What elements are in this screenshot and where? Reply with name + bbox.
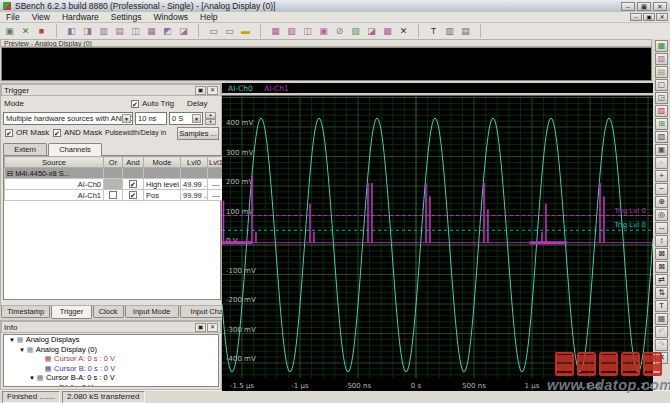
menu-settings[interactable]: Settings bbox=[105, 12, 148, 23]
start-button[interactable]: ▣ bbox=[2, 24, 17, 38]
trigger-timeout-field[interactable]: 10 ns bbox=[135, 112, 167, 125]
delete-display-icon[interactable]: ✕ bbox=[396, 24, 411, 38]
tab-input-mode[interactable]: Input Mode bbox=[125, 306, 179, 318]
display-icon-5[interactable]: ⊘ bbox=[332, 24, 347, 38]
text-tool-icon[interactable]: T bbox=[426, 24, 441, 38]
record-button[interactable]: ■ bbox=[34, 24, 49, 38]
chart-svg[interactable]: AI-Ch0AI-Ch1400 mV300 mV200 mV100 mV0 V-… bbox=[222, 83, 653, 391]
table-row[interactable]: ⊟ M4i.4450-x8 S... bbox=[5, 168, 240, 179]
mdi-restore-button[interactable]: ▣ bbox=[643, 13, 655, 21]
display-icon-3[interactable]: ◫ bbox=[300, 24, 315, 38]
grid-icon[interactable]: ▦ bbox=[655, 40, 668, 52]
display-icon-4[interactable]: ▣ bbox=[316, 24, 331, 38]
display-icon-8[interactable]: ▩ bbox=[380, 24, 395, 38]
zoom-fit-icon[interactable]: ◎ bbox=[655, 209, 668, 221]
close-button[interactable]: ✕ bbox=[653, 2, 667, 11]
display-icon-6[interactable]: ▨ bbox=[348, 24, 363, 38]
folder-icon[interactable]: ▬ bbox=[238, 24, 253, 38]
window-icon-2[interactable]: ▭ bbox=[222, 24, 237, 38]
redo-icon[interactable]: ↷ bbox=[655, 339, 668, 351]
menu-help[interactable]: Help bbox=[194, 12, 223, 23]
column-header-or[interactable]: Or bbox=[104, 157, 123, 168]
close-icon[interactable]: ✕ bbox=[207, 323, 218, 332]
delay-value-select[interactable]: 0 S ▼ bbox=[169, 112, 203, 125]
tab-clock[interactable]: Clock bbox=[93, 306, 124, 318]
column-header-mode[interactable]: Mode bbox=[144, 157, 181, 168]
channel-icon-8[interactable]: ◪ bbox=[176, 24, 191, 38]
channel-icon-1[interactable]: ◧ bbox=[64, 24, 79, 38]
fit-vertical-icon[interactable]: ↕ bbox=[655, 235, 668, 247]
grid-toggle-icon[interactable]: ▦ bbox=[655, 313, 668, 325]
menu-file[interactable]: File bbox=[0, 12, 26, 23]
dock-icon[interactable]: ▣ bbox=[195, 323, 206, 332]
tree-item[interactable]: ▾▦ Analog Display (0) bbox=[4, 345, 218, 355]
stop-button[interactable]: ✕ bbox=[18, 24, 33, 38]
dock-icon[interactable]: ▣ bbox=[195, 86, 206, 95]
tree-item[interactable]: ▾▦ Cursor B-A: 0 s : 0 V bbox=[4, 373, 218, 383]
tree-item[interactable]: ▦ Cursor B: 0 s : 0 V bbox=[4, 364, 218, 374]
display-icon[interactable]: ▥ bbox=[655, 53, 668, 65]
display-icon-7[interactable]: ◪ bbox=[364, 24, 379, 38]
zoom-y-icon[interactable]: ⊠ bbox=[655, 261, 668, 273]
channel-icon-6[interactable]: ▦ bbox=[144, 24, 159, 38]
column-header-and[interactable]: And bbox=[123, 157, 144, 168]
column-header-source[interactable]: Source bbox=[5, 157, 104, 168]
tab-channels[interactable]: Channels bbox=[48, 143, 102, 156]
channel-icon-7[interactable]: ◩ bbox=[160, 24, 175, 38]
and-mask-checkbox[interactable]: ✔ AND Mask bbox=[53, 127, 102, 139]
zoom-x-icon[interactable]: ⊠ bbox=[655, 248, 668, 260]
samples-button[interactable]: Samples ... bbox=[177, 127, 219, 140]
text-icon[interactable]: T bbox=[655, 300, 668, 312]
preview-canvas[interactable] bbox=[1, 47, 652, 81]
tab-trigger[interactable]: Trigger bbox=[51, 306, 91, 319]
delay-spinner[interactable]: ▲▼ bbox=[205, 112, 216, 125]
menu-view[interactable]: View bbox=[26, 12, 56, 23]
chevron-down-icon[interactable]: ▼ bbox=[192, 114, 201, 123]
menu-windows[interactable]: Windows bbox=[148, 12, 194, 23]
maximize-button[interactable]: ▣ bbox=[637, 2, 651, 11]
layout-icon-1[interactable]: ▥ bbox=[442, 24, 457, 38]
swap-x-icon[interactable]: ⇄ bbox=[655, 274, 668, 286]
mdi-minimize-button[interactable]: – bbox=[630, 13, 642, 21]
display-icon-2[interactable]: ▧ bbox=[284, 24, 299, 38]
close-icon[interactable]: ✕ bbox=[207, 86, 218, 95]
undo-icon[interactable]: ↶ bbox=[655, 326, 668, 338]
channel-icon-3[interactable]: ▥ bbox=[96, 24, 111, 38]
display-icon-1[interactable]: ▦ bbox=[268, 24, 283, 38]
table-row[interactable]: AI-Ch0✔High level49.99 ...------ bbox=[5, 179, 240, 190]
channel-icon-2[interactable]: ◨ bbox=[80, 24, 95, 38]
window-icon[interactable]: ▢ bbox=[655, 79, 668, 91]
zoom-in-icon[interactable]: + bbox=[655, 170, 668, 182]
panel-icon[interactable]: ▣ bbox=[655, 144, 668, 156]
table-row[interactable]: AI-Ch1✔Pos99.99 ...------ bbox=[5, 190, 240, 201]
mdi-close-button[interactable]: ✕ bbox=[656, 13, 668, 21]
swap-y-icon[interactable]: ⇅ bbox=[655, 287, 668, 299]
layout-icon-2[interactable]: ▤ bbox=[458, 24, 473, 38]
tree-item[interactable]: ▾▦ Analog Displays bbox=[4, 335, 218, 345]
trigger-mode-select[interactable]: Multiple hardware sources with AND/OR ▼ bbox=[3, 112, 133, 125]
tab-timestamp[interactable]: Timestamp bbox=[1, 306, 50, 318]
or-mask-checkbox[interactable]: ✔ OR Mask bbox=[5, 127, 49, 139]
close-display-icon[interactable]: ✕ bbox=[655, 352, 668, 364]
window-icon-1[interactable]: ▭ bbox=[206, 24, 221, 38]
menu-hardware[interactable]: Hardware bbox=[56, 12, 105, 23]
marker-icon[interactable]: ▨ bbox=[655, 105, 668, 117]
minimize-button[interactable]: – bbox=[621, 2, 635, 11]
tab-extern[interactable]: Extern bbox=[3, 143, 47, 155]
tree-item[interactable]: x[Hz] = 0 Hz bbox=[4, 383, 218, 388]
hatch-icon[interactable]: ▧ bbox=[655, 131, 668, 143]
zoom-all-icon[interactable]: ⊕ bbox=[655, 196, 668, 208]
column-header-lvl0[interactable]: Lvl0 bbox=[181, 157, 208, 168]
fit-horizontal-icon[interactable]: ↔ bbox=[655, 222, 668, 234]
channel-icon-4[interactable]: ▤ bbox=[112, 24, 127, 38]
blank-icon[interactable]: ▫ bbox=[655, 157, 668, 169]
analog-display-chart[interactable]: AI-Ch0AI-Ch1400 mV300 mV200 mV100 mV0 V-… bbox=[222, 83, 653, 391]
chevron-down-icon[interactable]: ▼ bbox=[122, 114, 131, 123]
tree-expander-icon[interactable]: ▾ bbox=[8, 335, 16, 345]
channel-icon-5[interactable]: ◫ bbox=[128, 24, 143, 38]
tree-expander-icon[interactable]: ▾ bbox=[28, 373, 36, 383]
copy-icon[interactable]: ▤ bbox=[655, 66, 668, 78]
auto-trig-checkbox[interactable]: ✔ Auto Trig bbox=[131, 98, 174, 110]
cursor-icon[interactable]: ◲ bbox=[655, 92, 668, 104]
tree-item[interactable]: ▦ Cursor A: 0 s : 0 V bbox=[4, 354, 218, 364]
